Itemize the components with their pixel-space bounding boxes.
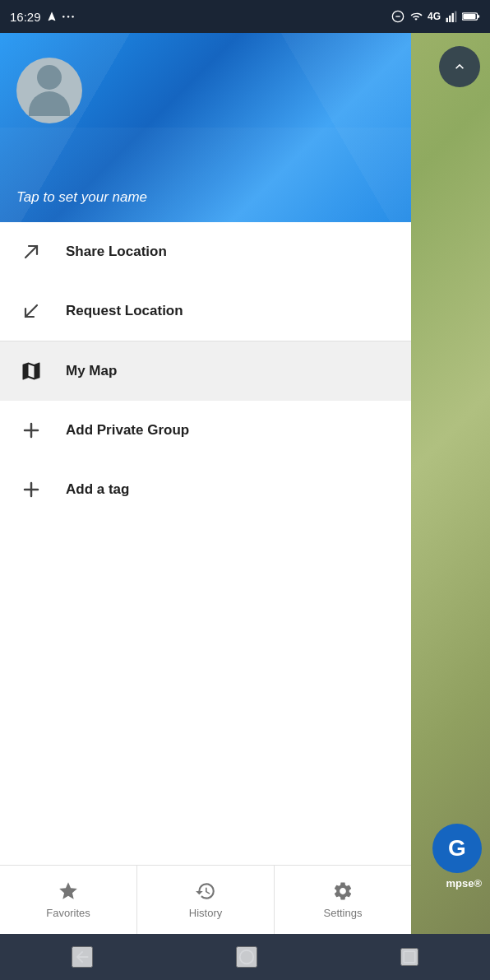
menu-list: Share Location Request Location My Map [0,222,411,934]
add-tag-label: Add a tag [66,481,129,498]
g-logo: G [432,824,482,873]
avatar-placeholder-icon [29,65,70,116]
android-recents-button[interactable] [400,948,418,966]
menu-item-share-location[interactable]: Share Location [0,222,411,281]
avatar-wrap[interactable] [16,58,82,123]
my-map-label: My Map [66,363,117,379]
dnd-icon [391,10,404,23]
network-type: 4G [428,11,441,22]
wifi-icon [409,11,423,22]
nav-item-history[interactable]: History [137,866,275,934]
nav-item-favorites[interactable]: Favorites [0,866,137,934]
avatar[interactable] [16,58,82,123]
favorites-label: Favorites [46,907,90,919]
share-location-icon [16,242,46,262]
favorites-icon [58,880,79,902]
menu-item-add-tag[interactable]: Add a tag [0,460,411,519]
menu-item-add-private-group[interactable]: Add Private Group [0,401,411,460]
signal-icon [445,11,458,22]
request-location-label: Request Location [66,303,183,319]
history-icon [195,880,216,902]
svg-line-9 [25,246,37,258]
request-location-icon [16,301,46,321]
navigation-drawer: Tap to set your name Share Location Requ… [0,33,411,934]
status-left: 16:29 ●●● [10,10,76,24]
menu-item-my-map[interactable]: My Map [0,341,411,401]
nav-item-settings[interactable]: Settings [275,866,411,934]
time-display: 16:29 [10,10,41,24]
svg-rect-7 [478,15,480,17]
svg-rect-2 [446,18,448,22]
signal-dots: ●●● [62,14,76,19]
profile-name-prompt[interactable]: Tap to set your name [16,189,395,206]
svg-rect-16 [404,951,415,963]
history-label: History [189,907,222,919]
svg-rect-4 [452,13,454,22]
map-fab-button[interactable] [439,46,480,87]
status-bar: 16:29 ●●● 4G [0,0,490,33]
android-back-button[interactable] [72,946,93,968]
svg-rect-8 [463,14,475,19]
android-nav-bar [0,934,490,980]
svg-point-15 [240,950,254,964]
share-location-label: Share Location [66,244,167,260]
android-home-button[interactable] [236,946,257,968]
settings-label: Settings [324,907,363,919]
my-map-icon [16,360,46,383]
mpse-label: mpse® [446,877,482,889]
add-private-group-label: Add Private Group [66,422,189,439]
add-tag-icon [16,480,46,499]
battery-icon [462,12,480,21]
svg-rect-3 [449,16,451,22]
svg-rect-5 [455,12,456,22]
status-right: 4G [391,10,480,23]
svg-line-10 [25,305,37,317]
add-private-group-icon [16,420,46,440]
location-icon [46,11,58,22]
menu-item-request-location[interactable]: Request Location [0,281,411,341]
drawer-header[interactable]: Tap to set your name [0,33,411,222]
settings-icon [332,880,354,902]
bottom-navigation: Favorites History Settings [0,865,411,934]
